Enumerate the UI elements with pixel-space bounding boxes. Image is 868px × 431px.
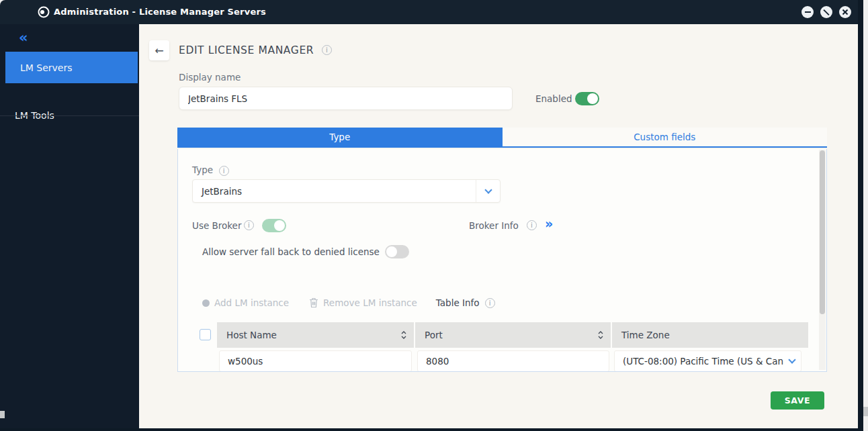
time-zone-dropdown[interactable]: (UTC-08:00) Pacific Time (US & Cana — [614, 350, 801, 372]
type-dropdown-value: JetBrains — [193, 186, 476, 197]
table-info-label: Table Info — [436, 297, 480, 308]
type-info-icon[interactable]: i — [219, 166, 229, 176]
port-input[interactable] — [417, 350, 609, 372]
title-info-icon[interactable]: i — [322, 45, 332, 55]
column-header-port[interactable]: Port — [415, 322, 612, 348]
chevron-down-icon — [783, 360, 801, 363]
use-broker-info-icon[interactable]: i — [244, 220, 254, 230]
add-lm-instance-button[interactable]: Add LM instance — [202, 297, 289, 308]
tab-label: Type — [329, 132, 350, 142]
window-right-border — [858, 0, 863, 431]
type-label: Type i — [192, 164, 229, 176]
application-window: Administration - License Manager Servers… — [0, 0, 868, 431]
sidebar: « LM Servers LM Tools — [0, 24, 139, 428]
column-header-time-zone[interactable]: Time Zone — [612, 322, 807, 348]
window-bottom-border — [0, 428, 863, 431]
remove-lm-instance-label: Remove LM instance — [323, 297, 417, 308]
type-tab-panel: Type i JetBrains Use Broker i Broker Inf… — [177, 149, 827, 372]
sort-icon[interactable] — [597, 330, 604, 340]
sort-icon[interactable] — [400, 330, 407, 340]
type-dropdown[interactable]: JetBrains — [192, 179, 501, 203]
add-icon — [202, 299, 210, 307]
sidebar-item-lm-servers[interactable]: LM Servers — [5, 52, 138, 83]
select-all-checkbox[interactable] — [200, 329, 211, 340]
minimize-button[interactable] — [801, 6, 814, 18]
column-header-host-name[interactable]: Host Name — [217, 322, 415, 348]
tab-bar: Type Custom fields — [177, 128, 827, 148]
broker-info-info-icon[interactable]: i — [527, 220, 537, 230]
page-title: EDIT LICENSE MANAGER — [179, 44, 314, 56]
page-scrollbar-thumb[interactable] — [863, 407, 868, 416]
back-button[interactable]: ← — [149, 40, 169, 60]
broker-info-expand-icon[interactable]: » — [545, 216, 553, 231]
add-lm-instance-label: Add LM instance — [214, 297, 289, 308]
table-info-icon[interactable]: i — [485, 298, 495, 308]
display-name-input[interactable] — [179, 87, 513, 110]
use-broker-toggle[interactable] — [262, 219, 286, 232]
page-scrollbar-track[interactable] — [863, 0, 868, 431]
fallback-label: Allow server fall back to denied license — [202, 246, 380, 257]
table-toolbar: Add LM instance Remove LM instance Table… — [202, 296, 495, 309]
save-button[interactable]: SAVE — [771, 391, 824, 410]
enabled-label: Enabled — [535, 93, 572, 104]
close-button[interactable] — [839, 6, 851, 18]
scrollbar-thumb[interactable] — [820, 150, 825, 314]
broker-info-label: Broker Info — [469, 220, 519, 231]
host-name-input[interactable] — [219, 350, 412, 372]
sidebar-divider — [0, 115, 139, 116]
table-info: Table Info i — [436, 297, 495, 308]
back-arrow-icon: ← — [155, 44, 163, 57]
tab-type[interactable]: Type — [177, 128, 503, 146]
window-title: Administration - License Manager Servers — [54, 7, 266, 17]
app-logo-icon — [38, 6, 50, 18]
remove-lm-instance-button[interactable]: Remove LM instance — [309, 297, 417, 308]
sidebar-item-label: LM Servers — [20, 62, 73, 73]
time-zone-value: (UTC-08:00) Pacific Time (US & Cana — [615, 356, 783, 367]
fallback-toggle[interactable] — [385, 245, 409, 258]
enabled-toggle[interactable] — [575, 92, 599, 105]
main-content: ← EDIT LICENSE MANAGER i Display name En… — [139, 24, 858, 428]
table-header: Host Name Port Time Zone — [217, 322, 808, 348]
display-name-label: Display name — [179, 72, 241, 83]
use-broker-label: Use Broker — [192, 220, 241, 231]
sidebar-collapse-icon[interactable]: « — [19, 30, 28, 46]
chevron-down-icon — [476, 180, 500, 202]
trash-icon — [309, 297, 318, 308]
tab-custom-fields[interactable]: Custom fields — [503, 128, 828, 146]
left-scrollbar-fragment — [0, 411, 5, 418]
tab-label: Custom fields — [634, 132, 695, 142]
panel-scrollbar[interactable] — [819, 150, 826, 370]
restore-button[interactable] — [820, 6, 832, 18]
title-bar: Administration - License Manager Servers — [0, 0, 863, 24]
